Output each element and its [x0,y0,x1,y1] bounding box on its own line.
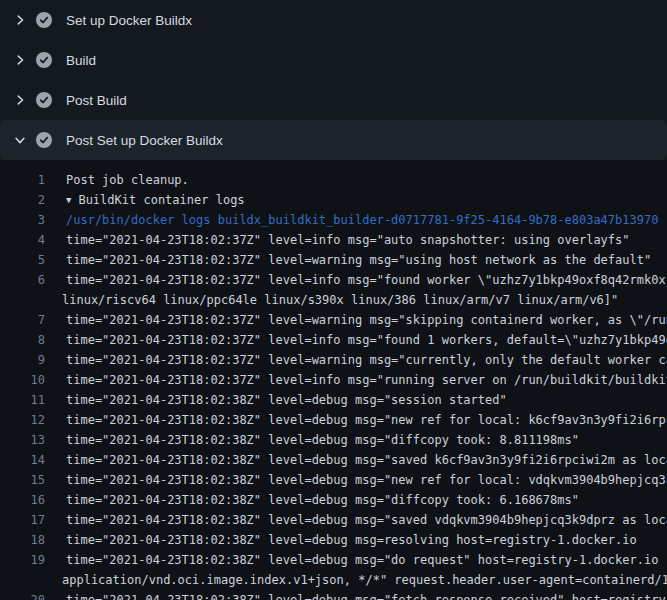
line-number-link[interactable]: 1 [0,170,45,190]
line-number-link[interactable]: 14 [0,450,45,470]
log-text: time="2021-04-23T18:02:37Z" level=warnin… [45,310,667,330]
log-line: 7 time="2021-04-23T18:02:37Z" level=warn… [0,310,667,330]
log-line: 14 time="2021-04-23T18:02:38Z" level=deb… [0,450,667,470]
log-line: 8 time="2021-04-23T18:02:37Z" level=info… [0,330,667,350]
log-text-content: time="2021-04-23T18:02:38Z" level=debug … [66,513,667,527]
line-number-link[interactable]: 15 [0,470,45,490]
line-number-link[interactable]: 5 [0,250,45,270]
log-text-content: time="2021-04-23T18:02:37Z" level=warnin… [66,313,667,327]
line-number-link[interactable]: 16 [0,490,45,510]
log-line: application/vnd.oci.image.index.v1+json,… [0,570,667,590]
line-number-link[interactable]: 19 [0,550,45,570]
log-text-content: time="2021-04-23T18:02:37Z" level=info m… [66,333,667,347]
line-number-link[interactable]: 9 [0,350,45,370]
log-text-content: time="2021-04-23T18:02:37Z" level=warnin… [66,353,667,367]
log-line: 16 time="2021-04-23T18:02:38Z" level=deb… [0,490,667,510]
log-text: linux/riscv64 linux/ppc64le linux/s390x … [45,290,667,310]
line-number-link[interactable]: 18 [0,530,45,550]
log-text-content: BuildKit container logs [78,193,244,207]
line-number-link[interactable]: 7 [0,310,45,330]
check-circle-icon [36,52,52,68]
log-line: 12 time="2021-04-23T18:02:38Z" level=deb… [0,410,667,430]
log-line: linux/riscv64 linux/ppc64le linux/s390x … [0,290,667,310]
step-row-post-build[interactable]: Post Build [0,80,667,120]
log-text: time="2021-04-23T18:02:37Z" level=info m… [45,370,667,390]
log-line: 17 time="2021-04-23T18:02:38Z" level=deb… [0,510,667,530]
step-label: Post Build [66,93,127,108]
chevron-right-icon [13,13,27,27]
log-text: time="2021-04-23T18:02:38Z" level=debug … [45,430,667,450]
log-text: time="2021-04-23T18:02:38Z" level=debug … [45,410,667,430]
log-text: time="2021-04-23T18:02:38Z" level=debug … [45,490,667,510]
log-text-content: time="2021-04-23T18:02:38Z" level=debug … [66,453,667,467]
log-text: application/vnd.oci.image.index.v1+json,… [45,570,667,590]
log-line: 1 Post job cleanup. [0,170,667,190]
check-circle-icon [36,92,52,108]
line-number-link[interactable]: 12 [0,410,45,430]
log-line: 13 time="2021-04-23T18:02:38Z" level=deb… [0,430,667,450]
log-line: 2 ▼BuildKit container logs [0,190,667,210]
log-text-content: time="2021-04-23T18:02:37Z" level=warnin… [66,253,651,267]
line-number-link[interactable]: 10 [0,370,45,390]
chevron-right-icon [13,53,27,67]
log-text: time="2021-04-23T18:02:37Z" level=info m… [45,270,667,290]
log-line: 19 time="2021-04-23T18:02:38Z" level=deb… [0,550,667,570]
line-number-link[interactable]: 20 [0,590,45,600]
log-text: ▼BuildKit container logs [45,190,667,210]
group-toggle-icon[interactable]: ▼ [66,190,71,210]
step-row-set-up-docker-buildx[interactable]: Set up Docker Buildx [0,0,667,40]
log-text: time="2021-04-23T18:02:38Z" level=debug … [45,470,667,490]
log-line: 10 time="2021-04-23T18:02:37Z" level=inf… [0,370,667,390]
log-text-content: time="2021-04-23T18:02:38Z" level=debug … [66,433,579,447]
line-number-link[interactable] [0,290,45,310]
check-circle-icon [36,132,52,148]
line-number-link[interactable]: 11 [0,390,45,410]
line-number-link[interactable]: 3 [0,210,45,230]
log-text-content: application/vnd.oci.image.index.v1+json,… [62,573,667,587]
line-number-link[interactable] [0,570,45,590]
line-number-link[interactable]: 4 [0,230,45,250]
log-line: 11 time="2021-04-23T18:02:38Z" level=deb… [0,390,667,410]
log-text-content: /usr/bin/docker logs buildx_buildkit_bui… [66,213,658,227]
line-number-link[interactable]: 2 [0,190,45,210]
step-row-build[interactable]: Build [0,40,667,80]
line-number-link[interactable]: 17 [0,510,45,530]
log-text: Post job cleanup. [45,170,667,190]
log-line: 20 time="2021-04-23T18:02:38Z" level=deb… [0,590,667,600]
step-label: Build [66,53,96,68]
log-line: 4 time="2021-04-23T18:02:37Z" level=info… [0,230,667,250]
step-label: Set up Docker Buildx [66,13,192,28]
line-number-link[interactable]: 8 [0,330,45,350]
log-text: time="2021-04-23T18:02:37Z" level=info m… [45,330,667,350]
log-text: time="2021-04-23T18:02:37Z" level=warnin… [45,350,667,370]
log-line: 3 /usr/bin/docker logs buildx_buildkit_b… [0,210,667,230]
log-text-content: Post job cleanup. [66,173,189,187]
log-text-content: time="2021-04-23T18:02:38Z" level=debug … [66,413,667,427]
log-line: 18 time="2021-04-23T18:02:38Z" level=deb… [0,530,667,550]
log-text-content: linux/riscv64 linux/ppc64le linux/s390x … [62,293,618,307]
log-text-content: time="2021-04-23T18:02:38Z" level=debug … [66,473,667,487]
log-text-content: time="2021-04-23T18:02:38Z" level=debug … [66,533,637,547]
chevron-right-icon [13,93,27,107]
log-text: time="2021-04-23T18:02:38Z" level=debug … [45,590,667,600]
log-text: time="2021-04-23T18:02:38Z" level=debug … [45,510,667,530]
log-text-content: time="2021-04-23T18:02:38Z" level=debug … [66,593,667,600]
actions-log-viewer: Set up Docker Buildx Build [0,0,667,600]
log-line: 5 time="2021-04-23T18:02:37Z" level=warn… [0,250,667,270]
line-number-link[interactable]: 6 [0,270,45,290]
log-line: 6 time="2021-04-23T18:02:37Z" level=info… [0,270,667,290]
chevron-down-icon [13,133,27,147]
log-text: time="2021-04-23T18:02:38Z" level=debug … [45,530,667,550]
line-number-link[interactable]: 13 [0,430,45,450]
log-text-content: time="2021-04-23T18:02:38Z" level=debug … [66,493,579,507]
log-text-content: time="2021-04-23T18:02:37Z" level=info m… [66,373,667,387]
log-area: 1 Post job cleanup. 2 ▼BuildKit containe… [0,160,667,600]
log-text: time="2021-04-23T18:02:38Z" level=debug … [45,450,667,470]
log-text-content: time="2021-04-23T18:02:38Z" level=debug … [66,393,507,407]
step-row-post-set-up-docker-buildx[interactable]: Post Set up Docker Buildx [0,120,667,160]
log-text-content: time="2021-04-23T18:02:37Z" level=info m… [66,233,630,247]
log-line: 9 time="2021-04-23T18:02:37Z" level=warn… [0,350,667,370]
log-text-content: time="2021-04-23T18:02:37Z" level=info m… [66,273,667,287]
steps-list: Set up Docker Buildx Build [0,0,667,160]
log-text: time="2021-04-23T18:02:37Z" level=info m… [45,230,667,250]
